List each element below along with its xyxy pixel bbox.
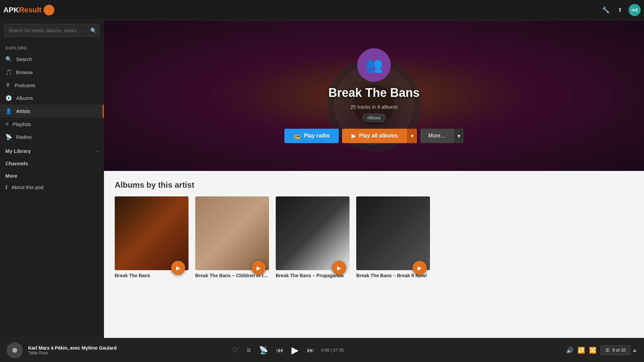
repeat-button[interactable]: 🔁 bbox=[578, 347, 585, 354]
artist-avatar: 👥 bbox=[357, 48, 391, 82]
wrench-icon[interactable]: 🔧 bbox=[600, 5, 611, 15]
info-icon: ℹ bbox=[5, 184, 7, 190]
main-layout: 🔍 Explore 🔍 Search 🎵 Browse 🎙 Podcasts 💿… bbox=[0, 20, 644, 338]
player-controls: ♡ ≡ 📡 ⏮ ▶ ⏭ 0:00 | 57:35 bbox=[230, 343, 344, 357]
search-icon: 🔍 bbox=[5, 56, 12, 62]
play-all-albums-button[interactable]: ▶ Play all albums bbox=[342, 129, 407, 143]
next-button[interactable]: ⏭ bbox=[306, 345, 316, 356]
sidebar-item-artists-label: Artists bbox=[16, 108, 30, 114]
queue-expand-button[interactable]: ▲ bbox=[632, 347, 637, 353]
sidebar-item-radios-label: Radios bbox=[16, 134, 32, 140]
player-time: 0:00 | 57:35 bbox=[321, 348, 344, 353]
volume-button[interactable]: 🔊 bbox=[566, 347, 574, 354]
sidebar-item-playlists-label: Playlists bbox=[12, 121, 31, 127]
sidebar-item-search[interactable]: 🔍 Search bbox=[0, 53, 104, 66]
sidebar-item-playlists[interactable]: ≡ Playlists bbox=[0, 118, 104, 130]
shuffle-button[interactable]: 🔀 bbox=[589, 347, 596, 354]
player-album-name: Table Rase bbox=[28, 351, 117, 355]
queue-list-button[interactable]: ≡ bbox=[245, 345, 252, 356]
upload-icon[interactable]: ⬆ bbox=[614, 5, 625, 15]
play-pause-button[interactable]: ▶ bbox=[290, 343, 300, 357]
explore-label: Explore bbox=[0, 41, 104, 53]
more-group: More… ▾ bbox=[420, 129, 464, 143]
radio-wave-icon: 📻 bbox=[294, 133, 301, 139]
hero-content: 👥 Break The Bans 25 tracks in 6 albums #… bbox=[284, 48, 464, 143]
my-library-label: My Library bbox=[5, 148, 31, 154]
user-avatar[interactable]: m2 bbox=[629, 4, 641, 16]
sidebar-item-albums-label: Albums bbox=[16, 95, 33, 101]
album-art-4 bbox=[356, 196, 430, 270]
albums-icon: 💿 bbox=[5, 95, 12, 101]
album-art-1 bbox=[115, 196, 189, 270]
podcast-icon: 🎙 bbox=[5, 82, 11, 88]
like-button[interactable]: ♡ bbox=[230, 345, 240, 356]
album-play-button[interactable]: ▶ bbox=[332, 261, 346, 275]
queue-position: 9 of 10 bbox=[612, 348, 626, 353]
albums-section: Albums by this artist ▶ Break The Bans ▶… bbox=[104, 171, 644, 338]
sidebar-item-artists[interactable]: 👤 Artists bbox=[0, 105, 104, 118]
sidebar-item-podcasts-label: Podcasts bbox=[15, 82, 36, 88]
play-radio-button[interactable]: 📻 Play radio bbox=[284, 129, 339, 143]
music-icon: 🎵 bbox=[5, 69, 12, 75]
app-logo: APKResult bbox=[3, 5, 54, 15]
album-card[interactable]: ▶ Break The Bans bbox=[115, 196, 189, 278]
cast-button[interactable]: 📡 bbox=[258, 345, 269, 356]
album-art-3 bbox=[276, 196, 350, 270]
search-input[interactable] bbox=[4, 24, 100, 37]
logo-result: Result bbox=[19, 6, 41, 14]
albums-grid: ▶ Break The Bans ▶ Break The Bans – Chil… bbox=[115, 196, 633, 278]
more-button[interactable]: More… bbox=[420, 129, 454, 143]
sidebar-item-about[interactable]: ℹ About this pod bbox=[0, 181, 104, 194]
albums-section-title: Albums by this artist bbox=[115, 180, 633, 190]
playlists-icon: ≡ bbox=[5, 121, 8, 127]
sidebar-item-albums[interactable]: 💿 Albums bbox=[0, 92, 104, 105]
logo-icon bbox=[44, 5, 54, 15]
player-track-name: Karl Marx à Pékin, avec Mylène Gaulard bbox=[28, 345, 117, 351]
artist-track-count: 25 tracks in 6 albums bbox=[350, 104, 398, 110]
more-dropdown-button[interactable]: ▾ bbox=[454, 129, 464, 143]
bottom-player: ⏺ Karl Marx à Pékin, avec Mylène Gaulard… bbox=[0, 338, 644, 362]
top-bar: APKResult 🔧 ⬆ m2 bbox=[0, 0, 644, 20]
play-albums-dropdown-button[interactable]: ▾ bbox=[407, 129, 417, 143]
album-card[interactable]: ▶ Break The Bans – Children in the gloom bbox=[195, 196, 269, 278]
artist-name: Break The Bans bbox=[328, 86, 420, 100]
player-thumbnail: ⏺ bbox=[7, 342, 23, 358]
search-bar: 🔍 bbox=[4, 24, 100, 37]
album-card[interactable]: ▶ Break The Bans – Break It Now! bbox=[356, 196, 430, 278]
more-label: More bbox=[0, 168, 104, 181]
artist-tag: #Blues bbox=[362, 114, 386, 122]
sidebar-item-radios[interactable]: 📡 Radios bbox=[0, 130, 104, 143]
artist-avatar-icon: 👥 bbox=[365, 57, 383, 73]
my-library-section[interactable]: My Library › bbox=[0, 143, 104, 156]
search-submit-button[interactable]: 🔍 bbox=[90, 27, 97, 34]
sidebar-item-podcasts[interactable]: 🎙 Podcasts bbox=[0, 79, 104, 92]
logo-apk: APK bbox=[3, 6, 19, 14]
play-icon: ▶ bbox=[352, 133, 356, 139]
album-play-button[interactable]: ▶ bbox=[171, 261, 185, 275]
channels-label: Channels bbox=[0, 156, 104, 168]
sidebar-item-browse-label: Browse bbox=[16, 69, 33, 75]
hero-actions: 📻 Play radio ▶ Play all albums ▾ More… bbox=[284, 129, 464, 143]
artist-hero: 👥 Break The Bans 25 tracks in 6 albums #… bbox=[104, 20, 644, 171]
my-library-arrow-icon: › bbox=[97, 148, 98, 154]
sidebar-item-about-label: About this pod bbox=[11, 184, 44, 190]
artists-icon: 👤 bbox=[5, 108, 12, 114]
album-play-button[interactable]: ▶ bbox=[413, 261, 427, 275]
sidebar-item-browse[interactable]: 🎵 Browse bbox=[0, 66, 104, 79]
queue-position-button[interactable]: ☰ 9 of 10 bbox=[600, 345, 631, 355]
list-icon: ☰ bbox=[605, 348, 609, 353]
sidebar-item-search-label: Search bbox=[16, 56, 32, 62]
player-extra-controls: 🔊 🔁 🔀 ☰ 9 of 10 ▲ bbox=[566, 345, 637, 355]
album-play-button[interactable]: ▶ bbox=[252, 261, 266, 275]
sidebar: 🔍 Explore 🔍 Search 🎵 Browse 🎙 Podcasts 💿… bbox=[0, 20, 104, 338]
album-art-2 bbox=[195, 196, 269, 270]
play-albums-group: ▶ Play all albums ▾ bbox=[342, 129, 417, 143]
prev-button[interactable]: ⏮ bbox=[275, 345, 285, 356]
radios-icon: 📡 bbox=[5, 134, 12, 140]
main-content: 👥 Break The Bans 25 tracks in 6 albums #… bbox=[104, 20, 644, 338]
album-card[interactable]: ▶ Break The Bans – Propaganda bbox=[276, 196, 350, 278]
player-info: Karl Marx à Pékin, avec Mylène Gaulard T… bbox=[28, 345, 117, 355]
